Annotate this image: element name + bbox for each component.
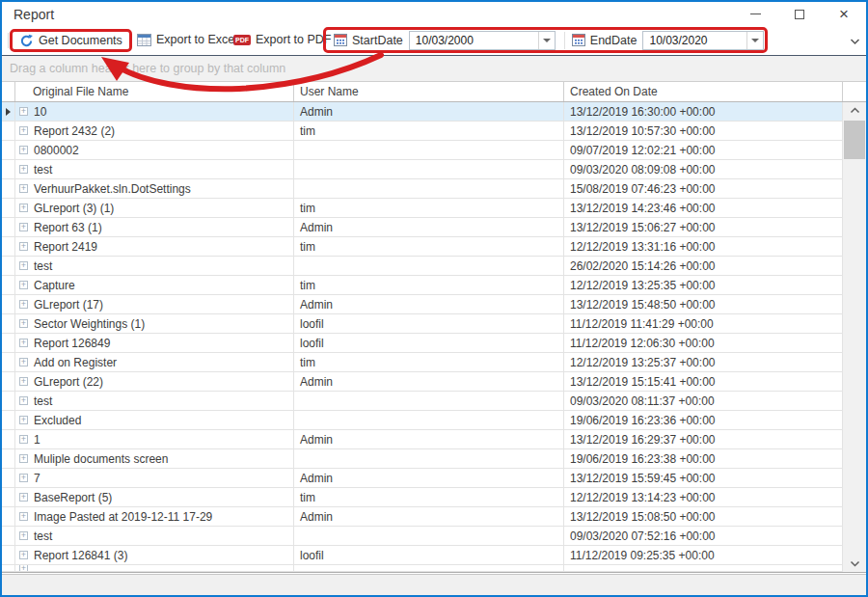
- row-gutter: [2, 392, 15, 411]
- table-row[interactable]: +Report 2432 (2)tim13/12/2019 10:57:30 +…: [2, 122, 843, 141]
- expand-row-icon[interactable]: +: [19, 435, 28, 444]
- cell-original-file-name: +Report 2432 (2): [15, 122, 294, 141]
- maximize-button[interactable]: [785, 2, 814, 26]
- enddate-editor: 10/03/2020: [642, 31, 764, 50]
- scrollbar-down-button[interactable]: [843, 556, 866, 572]
- cell-user-name: [294, 527, 564, 546]
- cell-created-on-date: 12/12/2019 13:31:16 +00:00: [564, 237, 843, 257]
- cell-user-name: Admin: [294, 218, 564, 237]
- file-name-text: Report 63 (1): [34, 221, 102, 234]
- expand-row-icon[interactable]: +: [19, 531, 28, 540]
- cell-created-on-date: 09/03/2020 08:09:08 +00:00: [564, 160, 843, 179]
- expand-row-icon[interactable]: +: [19, 242, 28, 251]
- cell-created-on-date: 12/12/2019 13:25:35 +00:00: [564, 276, 843, 295]
- file-name-text: Image Pasted at 2019-12-11 17-29: [34, 510, 212, 524]
- cell-original-file-name: +GLreport (22): [15, 372, 294, 392]
- table-row[interactable]: +1Admin13/12/2019 16:29:37 +00:00: [2, 430, 843, 449]
- table-row[interactable]: +10Admin13/12/2019 16:30:00 +00:00: [2, 102, 843, 122]
- close-button[interactable]: ×: [829, 2, 858, 26]
- expand-row-icon[interactable]: +: [19, 184, 28, 193]
- column-header-original-file-name[interactable]: Original File Name: [15, 82, 294, 101]
- vertical-scrollbar[interactable]: [843, 102, 866, 572]
- enddate-input[interactable]: 10/03/2020: [643, 34, 746, 47]
- table-row[interactable]: +GLreport (22)Admin13/12/2019 15:15:41 +…: [2, 372, 843, 392]
- table-row[interactable]: +Muliple documents screen19/06/2019 16:2…: [2, 449, 843, 469]
- cell-original-file-name: +GLreport (3) (1): [15, 199, 294, 218]
- table-row[interactable]: +Sector Weightings (1)loofil11/12/2019 1…: [2, 314, 843, 334]
- expand-row-icon[interactable]: +: [19, 551, 28, 559]
- table-row[interactable]: +080000209/07/2019 12:02:21 +00:00: [2, 141, 843, 160]
- chevron-down-icon: [543, 39, 551, 42]
- file-name-text: GLreport (17): [34, 298, 103, 312]
- cell-created-on-date: [564, 565, 843, 572]
- table-row[interactable]: +test09/03/2020 08:11:37 +00:00: [2, 392, 843, 411]
- table-row[interactable]: +test26/02/2020 15:14:26 +00:00: [2, 257, 843, 276]
- expand-row-icon[interactable]: +: [19, 223, 28, 231]
- row-gutter: [2, 199, 15, 218]
- cell-original-file-name: +test: [15, 160, 294, 179]
- table-row[interactable]: +Add on Registertim12/12/2019 13:25:37 +…: [2, 353, 843, 372]
- row-gutter: [2, 179, 15, 199]
- cell-created-on-date: 19/06/2019 16:23:36 +00:00: [564, 411, 843, 430]
- chevron-down-icon: [751, 39, 759, 42]
- expand-row-icon[interactable]: +: [19, 339, 28, 347]
- file-name-text: GLreport (22): [34, 375, 103, 389]
- expand-row-icon[interactable]: +: [19, 512, 28, 521]
- toolbar-overflow-button[interactable]: [850, 35, 860, 48]
- scrollbar-up-button[interactable]: [843, 102, 866, 119]
- table-row[interactable]: +VerhuurPakket.sln.DotSettings15/08/2019…: [2, 179, 843, 199]
- table-row[interactable]: +Report 2419tim12/12/2019 13:31:16 +00:0…: [2, 237, 843, 257]
- table-row[interactable]: +Capturetim12/12/2019 13:25:35 +00:00: [2, 276, 843, 295]
- expand-row-icon[interactable]: +: [19, 126, 28, 135]
- cell-original-file-name: +7: [15, 469, 294, 488]
- expand-row-icon[interactable]: +: [19, 146, 28, 154]
- row-gutter: [2, 160, 15, 179]
- table-row[interactable]: +test09/03/2020 08:09:08 +00:00: [2, 160, 843, 179]
- table-row[interactable]: +Report 126841 (3)loofil11/12/2019 09:25…: [2, 546, 843, 565]
- minimize-icon: [750, 14, 761, 14]
- export-pdf-button[interactable]: PDF Export to PDF: [233, 33, 332, 46]
- group-by-panel[interactable]: Drag a column header here to group by th…: [2, 55, 866, 81]
- export-excel-button[interactable]: Export to Excel: [137, 33, 237, 46]
- expand-row-icon[interactable]: +: [19, 565, 28, 572]
- minimize-button[interactable]: [741, 2, 770, 26]
- separator: [564, 32, 565, 49]
- table-row[interactable]: +Excluded19/06/2019 16:23:36 +00:00: [2, 411, 843, 430]
- expand-row-icon[interactable]: +: [19, 377, 28, 386]
- expand-row-icon[interactable]: +: [19, 454, 28, 463]
- row-gutter: [2, 276, 15, 295]
- cell-original-file-name: +Add on Register: [15, 353, 294, 372]
- column-header-user-name[interactable]: User Name: [294, 82, 564, 101]
- column-header-created-on-date[interactable]: Created On Date: [564, 82, 843, 101]
- expand-row-icon[interactable]: +: [19, 204, 28, 212]
- toolbar: Get Documents Export to Excel PDF Export…: [2, 26, 866, 55]
- expand-row-icon[interactable]: +: [19, 261, 28, 270]
- table-row-partial[interactable]: +: [2, 565, 843, 572]
- expand-row-icon[interactable]: +: [19, 396, 28, 405]
- enddate-dropdown-button[interactable]: [746, 32, 763, 49]
- table-row[interactable]: +Image Pasted at 2019-12-11 17-29Admin13…: [2, 507, 843, 527]
- cell-original-file-name: +0800002: [15, 141, 294, 160]
- table-row[interactable]: +7Admin13/12/2019 15:59:45 +00:00: [2, 469, 843, 488]
- table-row[interactable]: +Report 63 (1)Admin13/12/2019 15:06:27 +…: [2, 218, 843, 237]
- expand-row-icon[interactable]: +: [19, 358, 28, 366]
- startdate-input[interactable]: 10/03/2000: [410, 34, 538, 47]
- table-row[interactable]: +GLreport (3) (1)tim13/12/2019 14:23:46 …: [2, 199, 843, 218]
- startdate-dropdown-button[interactable]: [538, 32, 555, 49]
- get-documents-button[interactable]: Get Documents: [19, 34, 122, 48]
- expand-row-icon[interactable]: +: [19, 281, 28, 289]
- expand-row-icon[interactable]: +: [19, 474, 28, 482]
- table-row[interactable]: +BaseReport (5)tim12/12/2019 13:14:23 +0…: [2, 488, 843, 507]
- cell-user-name: tim: [294, 353, 564, 372]
- expand-row-icon[interactable]: +: [19, 165, 28, 174]
- expand-row-icon[interactable]: +: [19, 416, 28, 424]
- table-row[interactable]: +test09/03/2020 07:52:16 +00:00: [2, 527, 843, 546]
- expand-row-icon[interactable]: +: [19, 319, 28, 328]
- table-row[interactable]: +Report 126849loofil11/12/2019 12:06:30 …: [2, 334, 843, 353]
- expand-row-icon[interactable]: +: [19, 107, 28, 116]
- scrollbar-thumb[interactable]: [844, 121, 865, 159]
- expand-row-icon[interactable]: +: [19, 300, 28, 309]
- cell-created-on-date: 11/12/2019 11:41:29 +00:00: [564, 314, 843, 334]
- table-row[interactable]: +GLreport (17)Admin13/12/2019 15:48:50 +…: [2, 295, 843, 314]
- expand-row-icon[interactable]: +: [19, 493, 28, 502]
